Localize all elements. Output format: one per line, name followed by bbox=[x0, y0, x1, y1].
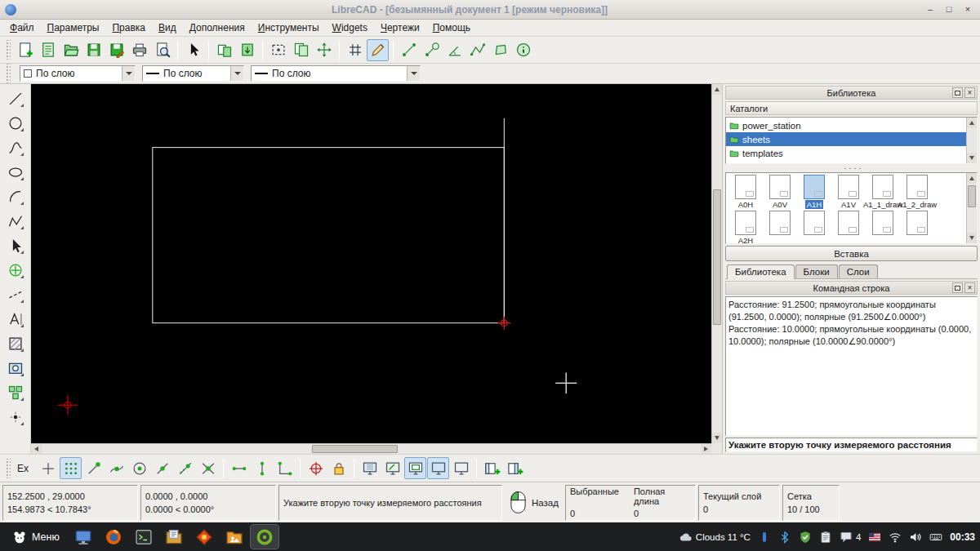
entity-info-button[interactable] bbox=[512, 39, 534, 61]
clipboard-icon[interactable] bbox=[819, 531, 832, 544]
panel-splitter[interactable] bbox=[725, 166, 978, 171]
dock-add-right-button[interactable] bbox=[504, 457, 526, 479]
library-item-A2H[interactable]: A2H bbox=[728, 211, 763, 243]
save-button[interactable] bbox=[82, 39, 105, 61]
save-as-button[interactable] bbox=[105, 39, 127, 61]
tab-blocks[interactable]: Блоки bbox=[795, 264, 838, 278]
dock-add-left-button[interactable] bbox=[481, 457, 503, 479]
library-folder-templates[interactable]: templates bbox=[726, 146, 966, 160]
grid-button[interactable] bbox=[344, 39, 366, 61]
drawing-canvas[interactable] bbox=[31, 84, 711, 443]
minimize-button[interactable]: – bbox=[923, 3, 938, 16]
dock-close-button[interactable]: × bbox=[964, 87, 975, 98]
snap-on-entity-button[interactable] bbox=[105, 457, 127, 479]
scroll-up-button[interactable] bbox=[712, 84, 722, 95]
vertical-scrollbar[interactable] bbox=[711, 84, 722, 443]
menu-widgets[interactable]: Widgets bbox=[326, 20, 374, 35]
scroll-up-button[interactable] bbox=[967, 173, 977, 184]
draw-arc-button[interactable] bbox=[4, 185, 26, 207]
snap-intersection-button[interactable] bbox=[197, 457, 219, 479]
titlebar[interactable]: LibreCAD - [безымянный документ 1 [режим… bbox=[0, 0, 980, 20]
edit-select-button[interactable] bbox=[4, 234, 26, 256]
menu-edit[interactable]: Правка bbox=[105, 20, 152, 35]
draw-image-button[interactable] bbox=[4, 357, 26, 379]
folder-open-button[interactable] bbox=[60, 39, 82, 61]
horizontal-scroll-track[interactable] bbox=[42, 444, 701, 454]
draw-ellipse-button[interactable] bbox=[4, 161, 26, 183]
print-button[interactable] bbox=[128, 39, 150, 61]
library-dock-titlebar[interactable]: Библиотека × bbox=[725, 86, 978, 100]
draw-spline-button[interactable] bbox=[4, 136, 26, 158]
block-copy-button[interactable] bbox=[213, 39, 235, 61]
draw-dot-button[interactable] bbox=[4, 406, 26, 428]
menu-tools[interactable]: Инструменты bbox=[252, 20, 326, 35]
dropdown-arrow-icon[interactable] bbox=[230, 66, 243, 81]
menu-view[interactable]: Вид bbox=[152, 20, 183, 35]
insert-button[interactable]: Вставка bbox=[725, 246, 978, 261]
taskbar-app-file-manager[interactable] bbox=[160, 525, 188, 549]
draw-construction-button[interactable] bbox=[4, 283, 26, 305]
library-item-row2-2[interactable] bbox=[831, 211, 866, 243]
tab-layers[interactable]: Слои bbox=[839, 264, 878, 278]
measure-area-button[interactable] bbox=[489, 39, 511, 61]
monitor-preview-button[interactable] bbox=[404, 457, 426, 479]
lock-relative-zero-button[interactable] bbox=[327, 457, 350, 479]
command-prompt[interactable]: Укажите вторую точку измеряемого расстоя… bbox=[725, 438, 978, 452]
menu-file[interactable]: Файл bbox=[3, 20, 41, 35]
library-item-A1_1_draw[interactable]: A1_1_draw bbox=[866, 175, 900, 209]
library-folder-sheets[interactable]: sheets bbox=[726, 132, 966, 146]
snap-free-button[interactable] bbox=[37, 457, 59, 479]
taskbar-app-terminal[interactable] bbox=[130, 525, 158, 549]
library-item-A0V[interactable]: A0V bbox=[763, 175, 797, 209]
entity-move-button[interactable] bbox=[313, 39, 335, 61]
scroll-left-button[interactable] bbox=[31, 444, 42, 454]
tab-library[interactable]: Библиотека bbox=[727, 264, 795, 279]
taskbar-app-firefox[interactable] bbox=[100, 525, 127, 549]
library-item-A1V[interactable]: A1V bbox=[831, 175, 866, 209]
toolbar-handle[interactable] bbox=[5, 64, 11, 83]
scroll-down-button[interactable] bbox=[967, 233, 977, 243]
library-item-row2-1[interactable] bbox=[797, 211, 831, 243]
wifi-icon[interactable] bbox=[889, 531, 902, 544]
menu-drawings[interactable]: Чертежи bbox=[374, 20, 426, 35]
draw-polyline-button[interactable] bbox=[4, 210, 26, 232]
close-button[interactable]: × bbox=[960, 3, 975, 16]
print-preview-button[interactable] bbox=[151, 39, 173, 61]
scroll-track[interactable] bbox=[967, 184, 977, 233]
restrict-horizontal-button[interactable] bbox=[228, 457, 250, 479]
exclusive-snap-label[interactable]: Ex bbox=[17, 463, 29, 474]
draw-block-button[interactable] bbox=[4, 381, 26, 403]
draw-point-button[interactable] bbox=[4, 259, 26, 281]
library-item-row2-4[interactable] bbox=[900, 211, 934, 243]
snap-distance-button[interactable] bbox=[174, 457, 196, 479]
measure-length-button[interactable] bbox=[466, 39, 488, 61]
taskbar-app-desktop[interactable] bbox=[69, 525, 97, 549]
restrict-orthogonal-button[interactable] bbox=[274, 457, 296, 479]
snap-center-button[interactable] bbox=[128, 457, 150, 479]
clock[interactable]: 00:33 bbox=[950, 531, 975, 543]
taskbar-app-graphics-editor[interactable] bbox=[190, 525, 218, 549]
dock-float-button[interactable] bbox=[952, 282, 963, 293]
command-history[interactable]: Расстояние: 91.2500; прямоугольные коорд… bbox=[725, 296, 978, 436]
draw-hatch-button[interactable] bbox=[4, 332, 26, 354]
snap-grid-button[interactable] bbox=[60, 457, 82, 479]
pen-color-combo[interactable]: По слою bbox=[20, 65, 136, 82]
indicator-icon[interactable] bbox=[758, 531, 771, 544]
bluetooth-icon[interactable] bbox=[778, 531, 791, 544]
pen-width-combo[interactable]: По слою bbox=[142, 65, 244, 82]
file-new-button[interactable] bbox=[14, 39, 36, 61]
dock-close-button[interactable]: × bbox=[964, 282, 975, 293]
toolbar-handle[interactable] bbox=[5, 40, 11, 60]
draft-mode-button[interactable] bbox=[367, 39, 389, 61]
command-dock-titlebar[interactable]: Командная строка × bbox=[725, 281, 978, 295]
measure-distance-pp-button[interactable] bbox=[398, 39, 420, 61]
menu-button[interactable]: Меню bbox=[5, 525, 67, 549]
menu-plugins[interactable]: Дополнения bbox=[183, 20, 252, 35]
dropdown-arrow-icon[interactable] bbox=[122, 66, 135, 81]
scroll-track[interactable] bbox=[967, 128, 977, 153]
pointer-button[interactable] bbox=[182, 39, 204, 61]
keyboard-icon[interactable] bbox=[929, 531, 942, 544]
horizontal-scrollbar[interactable] bbox=[31, 443, 711, 454]
library-item-row2-3[interactable] bbox=[866, 211, 900, 243]
scroll-up-button[interactable] bbox=[967, 118, 977, 128]
